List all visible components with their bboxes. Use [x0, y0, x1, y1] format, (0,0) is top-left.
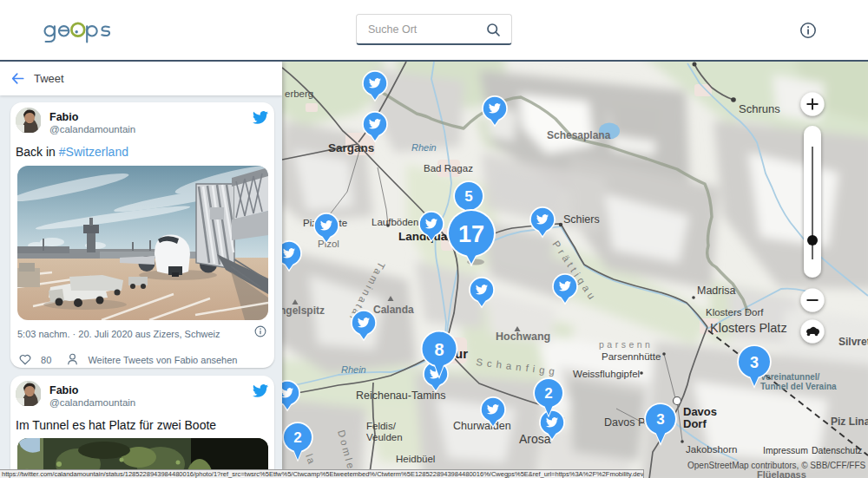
svg-text:ngelspitz: ngelspitz [282, 304, 325, 317]
svg-text:Schiers: Schiers [563, 213, 600, 226]
svg-text:parsenn: parsenn [599, 339, 653, 350]
svg-text:Sargans: Sargans [328, 141, 374, 154]
svg-text:Rhein: Rhein [411, 142, 437, 153]
svg-text:Feldis/: Feldis/ [366, 421, 397, 431]
svg-text:Schesaplana: Schesaplana [547, 129, 611, 141]
svg-text:Schruns: Schruns [739, 102, 780, 115]
svg-text:Jakobshorn: Jakobshorn [686, 444, 737, 455]
svg-text:Weissfluhgipfel: Weissfluhgipfel [573, 369, 640, 379]
svg-text:Klosters Platz: Klosters Platz [710, 321, 787, 335]
svg-text:Dorf: Dorf [683, 417, 707, 430]
svg-text:Piz Linar: Piz Linar [831, 416, 868, 428]
svg-text:17: 17 [458, 221, 484, 247]
svg-text:3: 3 [750, 354, 759, 371]
svg-text:Laufböden: Laufböden [372, 217, 418, 227]
svg-text:Calanda: Calanda [373, 304, 414, 316]
svg-text:Veulden: Veulden [366, 432, 403, 442]
svg-text:Rhein: Rhein [341, 364, 366, 375]
svg-text:Bad Ragaz: Bad Ragaz [424, 163, 473, 174]
svg-text:Datenschutz: Datenschutz [812, 445, 862, 455]
svg-text:8: 8 [434, 340, 444, 359]
svg-text:2: 2 [293, 429, 301, 446]
svg-text:Silvrett: Silvrett [838, 336, 868, 348]
svg-text:Heidbüel: Heidbüel [396, 454, 435, 464]
svg-text:2: 2 [544, 385, 552, 402]
svg-text:Hochwang: Hochwang [496, 331, 550, 343]
svg-text:Klosters Dorf: Klosters Dorf [706, 307, 764, 318]
svg-text:Arosa: Arosa [519, 432, 551, 446]
svg-text:Flüelapass: Flüelapass [757, 469, 806, 478]
svg-text:Impressum: Impressum [763, 445, 808, 455]
svg-text:Churwalden: Churwalden [453, 420, 511, 432]
svg-text:3: 3 [656, 411, 664, 428]
svg-text:Parsennhütte: Parsennhütte [602, 351, 661, 362]
svg-text:Tunnel del Veraina: Tunnel del Veraina [760, 382, 837, 391]
svg-text:Madrisa: Madrisa [697, 285, 736, 297]
svg-text:Vereinatunnel/: Vereinatunnel/ [760, 372, 820, 382]
svg-text:Davos: Davos [683, 405, 717, 418]
svg-text:erberg: erberg [285, 88, 313, 99]
svg-text:5: 5 [464, 188, 472, 205]
svg-text:Davos Pl: Davos Pl [604, 416, 648, 429]
svg-text:Reichenau-Tamins: Reichenau-Tamins [356, 390, 446, 402]
